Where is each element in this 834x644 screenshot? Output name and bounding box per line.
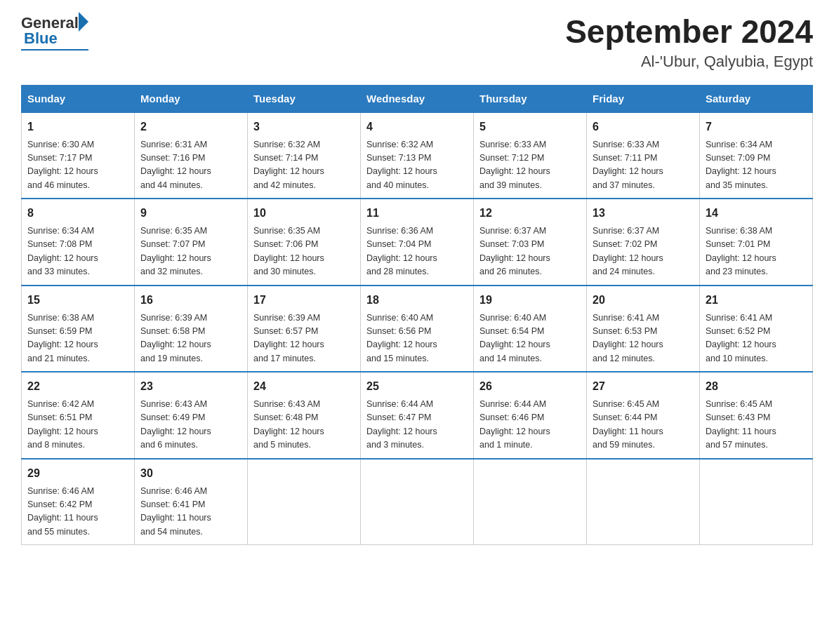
table-row: 24Sunrise: 6:43 AMSunset: 6:48 PMDayligh… [248, 372, 361, 459]
day-number: 18 [366, 292, 468, 309]
day-number: 7 [706, 119, 807, 135]
table-row: 2Sunrise: 6:31 AMSunset: 7:16 PMDaylight… [135, 112, 248, 199]
calendar-week-row: 1Sunrise: 6:30 AMSunset: 7:17 PMDaylight… [22, 112, 813, 199]
day-info: Sunrise: 6:45 AMSunset: 6:43 PMDaylight:… [706, 398, 807, 452]
day-info: Sunrise: 6:37 AMSunset: 7:02 PMDaylight:… [593, 224, 694, 279]
table-row [248, 459, 361, 545]
day-number: 24 [253, 378, 355, 395]
calendar-location: Al-'Ubur, Qalyubia, Egypt [565, 53, 813, 71]
calendar-table: Sunday Monday Tuesday Wednesday Thursday… [21, 85, 813, 546]
table-row: 30Sunrise: 6:46 AMSunset: 6:41 PMDayligh… [135, 459, 248, 545]
day-info: Sunrise: 6:34 AMSunset: 7:08 PMDaylight:… [27, 224, 128, 279]
day-number: 2 [140, 119, 241, 135]
header-friday: Friday [587, 85, 700, 112]
day-info: Sunrise: 6:31 AMSunset: 7:16 PMDaylight:… [140, 138, 241, 193]
calendar-title: September 2024 [565, 14, 813, 50]
day-number: 29 [27, 465, 128, 482]
table-row: 5Sunrise: 6:33 AMSunset: 7:12 PMDaylight… [474, 112, 587, 199]
table-row: 12Sunrise: 6:37 AMSunset: 7:03 PMDayligh… [474, 199, 587, 286]
day-number: 28 [706, 378, 807, 395]
day-info: Sunrise: 6:44 AMSunset: 6:46 PMDaylight:… [479, 398, 581, 452]
table-row [361, 459, 474, 545]
table-row: 26Sunrise: 6:44 AMSunset: 6:46 PMDayligh… [474, 372, 587, 459]
day-number: 5 [479, 119, 581, 135]
table-row: 15Sunrise: 6:38 AMSunset: 6:59 PMDayligh… [22, 286, 135, 373]
table-row: 18Sunrise: 6:40 AMSunset: 6:56 PMDayligh… [361, 286, 474, 373]
day-info: Sunrise: 6:39 AMSunset: 6:58 PMDaylight:… [140, 311, 241, 366]
table-row: 16Sunrise: 6:39 AMSunset: 6:58 PMDayligh… [135, 286, 248, 373]
day-info: Sunrise: 6:38 AMSunset: 7:01 PMDaylight:… [706, 224, 807, 279]
day-info: Sunrise: 6:46 AMSunset: 6:41 PMDaylight:… [140, 485, 241, 539]
day-info: Sunrise: 6:37 AMSunset: 7:03 PMDaylight:… [479, 224, 581, 279]
day-info: Sunrise: 6:32 AMSunset: 7:14 PMDaylight:… [253, 138, 355, 193]
table-row: 11Sunrise: 6:36 AMSunset: 7:04 PMDayligh… [361, 199, 474, 286]
logo: General Blue [21, 14, 88, 51]
day-number: 6 [593, 119, 694, 135]
table-row: 27Sunrise: 6:45 AMSunset: 6:44 PMDayligh… [587, 372, 700, 459]
day-info: Sunrise: 6:35 AMSunset: 7:07 PMDaylight:… [140, 224, 241, 279]
calendar-header-row: Sunday Monday Tuesday Wednesday Thursday… [22, 85, 813, 112]
day-number: 25 [366, 378, 468, 395]
day-number: 15 [27, 292, 128, 309]
calendar-week-row: 22Sunrise: 6:42 AMSunset: 6:51 PMDayligh… [22, 372, 813, 459]
day-info: Sunrise: 6:32 AMSunset: 7:13 PMDaylight:… [366, 138, 468, 193]
day-number: 11 [366, 205, 468, 222]
table-row: 10Sunrise: 6:35 AMSunset: 7:06 PMDayligh… [248, 199, 361, 286]
calendar-week-row: 29Sunrise: 6:46 AMSunset: 6:42 PMDayligh… [22, 459, 813, 545]
table-row: 8Sunrise: 6:34 AMSunset: 7:08 PMDaylight… [22, 199, 135, 286]
table-row: 4Sunrise: 6:32 AMSunset: 7:13 PMDaylight… [361, 112, 474, 199]
day-info: Sunrise: 6:41 AMSunset: 6:52 PMDaylight:… [706, 311, 807, 366]
day-number: 21 [706, 292, 807, 309]
day-info: Sunrise: 6:43 AMSunset: 6:48 PMDaylight:… [253, 398, 355, 452]
table-row [474, 459, 587, 545]
day-number: 14 [706, 205, 807, 222]
table-row: 13Sunrise: 6:37 AMSunset: 7:02 PMDayligh… [587, 199, 700, 286]
header-wednesday: Wednesday [361, 85, 474, 112]
day-number: 4 [366, 119, 468, 135]
day-info: Sunrise: 6:34 AMSunset: 7:09 PMDaylight:… [706, 138, 807, 193]
day-info: Sunrise: 6:41 AMSunset: 6:53 PMDaylight:… [593, 311, 694, 366]
day-info: Sunrise: 6:38 AMSunset: 6:59 PMDaylight:… [27, 311, 128, 366]
day-number: 1 [27, 119, 128, 135]
table-row: 17Sunrise: 6:39 AMSunset: 6:57 PMDayligh… [248, 286, 361, 373]
logo-blue-text: Blue [24, 29, 58, 48]
header-monday: Monday [135, 85, 248, 112]
table-row: 25Sunrise: 6:44 AMSunset: 6:47 PMDayligh… [361, 372, 474, 459]
table-row: 14Sunrise: 6:38 AMSunset: 7:01 PMDayligh… [700, 199, 813, 286]
day-info: Sunrise: 6:40 AMSunset: 6:56 PMDaylight:… [366, 311, 468, 366]
day-number: 23 [140, 378, 241, 395]
table-row: 19Sunrise: 6:40 AMSunset: 6:54 PMDayligh… [474, 286, 587, 373]
table-row [700, 459, 813, 545]
day-info: Sunrise: 6:43 AMSunset: 6:49 PMDaylight:… [140, 398, 241, 452]
day-number: 9 [140, 205, 241, 222]
header-thursday: Thursday [474, 85, 587, 112]
day-info: Sunrise: 6:45 AMSunset: 6:44 PMDaylight:… [593, 398, 694, 452]
logo-underline [21, 49, 88, 51]
day-number: 10 [253, 205, 355, 222]
day-info: Sunrise: 6:46 AMSunset: 6:42 PMDaylight:… [27, 485, 128, 539]
day-number: 8 [27, 205, 128, 222]
day-info: Sunrise: 6:33 AMSunset: 7:12 PMDaylight:… [479, 138, 581, 193]
day-number: 30 [140, 465, 241, 482]
calendar-week-row: 15Sunrise: 6:38 AMSunset: 6:59 PMDayligh… [22, 286, 813, 373]
day-info: Sunrise: 6:44 AMSunset: 6:47 PMDaylight:… [366, 398, 468, 452]
day-number: 3 [253, 119, 355, 135]
day-number: 17 [253, 292, 355, 309]
day-info: Sunrise: 6:40 AMSunset: 6:54 PMDaylight:… [479, 311, 581, 366]
table-row: 1Sunrise: 6:30 AMSunset: 7:17 PMDaylight… [22, 112, 135, 199]
day-number: 22 [27, 378, 128, 395]
day-number: 13 [593, 205, 694, 222]
table-row: 23Sunrise: 6:43 AMSunset: 6:49 PMDayligh… [135, 372, 248, 459]
day-info: Sunrise: 6:39 AMSunset: 6:57 PMDaylight:… [253, 311, 355, 366]
table-row: 29Sunrise: 6:46 AMSunset: 6:42 PMDayligh… [22, 459, 135, 545]
day-info: Sunrise: 6:30 AMSunset: 7:17 PMDaylight:… [27, 138, 128, 193]
table-row: 6Sunrise: 6:33 AMSunset: 7:11 PMDaylight… [587, 112, 700, 199]
logo-triangle-icon [79, 12, 88, 32]
header-saturday: Saturday [700, 85, 813, 112]
table-row: 7Sunrise: 6:34 AMSunset: 7:09 PMDaylight… [700, 112, 813, 199]
table-row: 3Sunrise: 6:32 AMSunset: 7:14 PMDaylight… [248, 112, 361, 199]
header-tuesday: Tuesday [248, 85, 361, 112]
page-header: General Blue September 2024 Al-'Ubur, Qa… [21, 14, 813, 71]
header-sunday: Sunday [22, 85, 135, 112]
table-row: 22Sunrise: 6:42 AMSunset: 6:51 PMDayligh… [22, 372, 135, 459]
